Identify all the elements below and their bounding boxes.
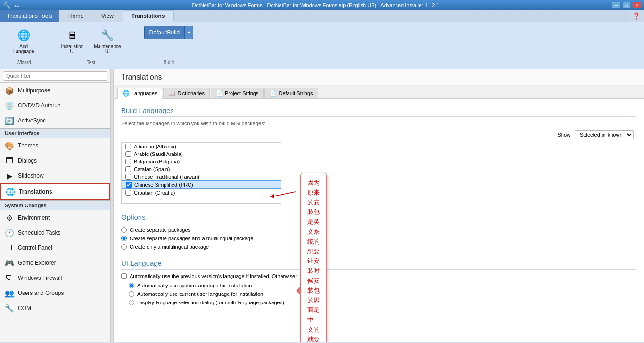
option-radio-3[interactable] — [121, 244, 127, 250]
com-icon: 🔧 — [5, 303, 14, 313]
albanian-checkbox[interactable] — [125, 144, 131, 149]
tab-home[interactable]: Home — [59, 10, 92, 22]
build-languages-desc: Select the languages in which you wish t… — [121, 121, 636, 126]
project-strings-tab-label: Project Strings — [225, 90, 259, 96]
build-languages-title: Build Languages — [121, 106, 636, 117]
option-item-1: Create separate packages — [121, 227, 636, 233]
section-user-interface: User Interface — [0, 128, 110, 138]
tab-languages[interactable]: 🌐 Languages — [117, 88, 162, 99]
dictionaries-tab-icon: 📖 — [168, 90, 175, 97]
sidebar-item-themes[interactable]: 🎨 Themes — [0, 138, 110, 153]
sidebar-item-label: Slideshow — [18, 172, 44, 179]
ribbon-tabs: Translations Tools Home View Translation… — [0, 10, 644, 22]
sidebar-item-control-panel[interactable]: 🖥 Control Panel — [0, 240, 110, 255]
option-radio-2[interactable] — [121, 236, 127, 241]
tab-translations[interactable]: Translations — [123, 10, 174, 22]
sidebar-item-activesync[interactable]: 🔄 ActiveSync — [0, 113, 110, 128]
option-label-1: Create separate packages — [130, 227, 190, 233]
option-item-3: Create only a multilingual package — [121, 244, 636, 250]
tab-dictionaries[interactable]: 📖 Dictionaries — [163, 88, 209, 98]
show-bar: Show: Selected or known — [121, 130, 636, 139]
maintenance-ui-icon: 🔧 — [100, 28, 115, 43]
sidebar-item-dialogs[interactable]: 🗔 Dialogs — [0, 153, 110, 168]
croatian-checkbox[interactable] — [125, 190, 131, 196]
auto-prev-checkbox[interactable] — [121, 273, 127, 279]
languages-tab-label: Languages — [132, 90, 157, 96]
catalan-label: Catalan (Spain) — [134, 166, 170, 172]
sidebar-item-scheduled-tasks[interactable]: 🕐 Scheduled Tasks — [0, 225, 110, 240]
ui-language-title: UI Language — [121, 259, 636, 270]
sidebar-item-com[interactable]: 🔧 COM — [0, 301, 110, 316]
catalan-checkbox[interactable] — [125, 166, 131, 172]
uilang-radio-2[interactable] — [129, 291, 134, 297]
content-header: Translations — [114, 69, 644, 86]
language-list[interactable]: Albanian (Albania) Arabic (Saudi Arabia)… — [121, 142, 281, 204]
sidebar-items: 📦 Multipurpose 💿 CD/DVD Autorun 🔄 Active… — [0, 83, 110, 342]
maintenance-ui-label: MaintenanceUI — [94, 44, 121, 54]
arabic-label: Arabic (Saudi Arabia) — [134, 151, 183, 157]
sidebar-item-label: Users and Groups — [18, 290, 64, 296]
build-main-button[interactable]: DefaultBuild — [144, 26, 185, 39]
maintenance-ui-button[interactable]: 🔧 MaintenanceUI — [90, 26, 124, 56]
build-arrow-button[interactable]: ▼ — [184, 26, 193, 39]
uilang-label-3: Display language selection dialog (for m… — [137, 300, 284, 305]
activesync-icon: 🔄 — [5, 116, 14, 125]
system-menu[interactable]: ▭ — [15, 2, 19, 8]
ribbon: Translations Tools Home View Translation… — [0, 10, 644, 69]
chinese-simplified-label: Chinese Simplified (PRC) — [134, 182, 193, 188]
sidebar-item-cddvd[interactable]: 💿 CD/DVD Autorun — [0, 98, 110, 113]
add-language-icon: 🌐 — [16, 28, 31, 43]
sidebar-item-label: Game Explorer — [18, 260, 56, 266]
installation-ui-label: InstallationUI — [61, 44, 84, 54]
search-box — [0, 69, 110, 83]
arabic-checkbox[interactable] — [125, 151, 131, 157]
show-select[interactable]: Selected or known — [575, 130, 634, 139]
sidebar-item-environment[interactable]: ⚙ Environment — [0, 210, 110, 225]
sidebar-item-label: Windows Firewall — [18, 275, 62, 281]
options-radio-group: Create separate packages Create separate… — [121, 227, 636, 250]
chinese-traditional-label: Chinese Traditional (Taiwan) — [134, 174, 199, 180]
tab-default-strings[interactable]: 📄 Default Strings — [264, 88, 318, 98]
build-dropdown: DefaultBuild ▼ — [144, 26, 194, 39]
uilang-item-1: Automatically use system language for in… — [129, 283, 636, 288]
minimize-button[interactable]: ─ — [612, 2, 620, 8]
show-label: Show: — [557, 132, 572, 138]
list-item: Catalan (Spain) — [122, 165, 281, 173]
tab-view[interactable]: View — [92, 10, 123, 22]
svg-line-0 — [272, 192, 296, 196]
uilang-radio-1[interactable] — [129, 283, 134, 288]
sidebar-item-translations[interactable]: 🌐 Translations — [0, 183, 110, 200]
sidebar-item-multipurpose[interactable]: 📦 Multipurpose — [0, 83, 110, 98]
list-item-checked: Chinese Simplified (PRC) — [122, 180, 281, 189]
sidebar-item-users-groups[interactable]: 👥 Users and Groups — [0, 286, 110, 301]
help-icon[interactable]: ❓ — [628, 10, 644, 22]
installation-ui-icon: 🖥 — [65, 28, 80, 43]
maximize-button[interactable]: □ — [622, 2, 631, 8]
sidebar-item-game-explorer[interactable]: 🎮 Game Explorer — [0, 255, 110, 270]
chinese-simplified-checkbox[interactable] — [126, 182, 132, 188]
chinese-traditional-checkbox[interactable] — [125, 174, 131, 180]
tab-project-strings[interactable]: 📄 Project Strings — [211, 88, 264, 98]
ui-lang-radio-group: Automatically use system language for in… — [129, 283, 636, 305]
sidebar-item-windows-firewall[interactable]: 🛡 Windows Firewall — [0, 270, 110, 286]
installation-ui-button[interactable]: 🖥 InstallationUI — [58, 26, 88, 56]
annotation-arrow — [267, 178, 296, 206]
sidebar-item-slideshow[interactable]: ▶ Slideshow — [0, 168, 110, 183]
section-system-changes: System Changes — [0, 200, 110, 210]
option-label-3: Create only a multilingual package — [130, 244, 209, 250]
dialogs-icon: 🗔 — [5, 156, 14, 165]
uilang-radio-3[interactable] — [129, 300, 134, 305]
window-title: DotNetBar for Windows Forms - DotNetBar … — [19, 2, 612, 8]
sidebar-item-label: Themes — [18, 142, 38, 149]
sidebar: 📦 Multipurpose 💿 CD/DVD Autorun 🔄 Active… — [0, 69, 111, 342]
add-language-button[interactable]: 🌐 AddLanguage — [9, 26, 38, 56]
tab-translations-tools[interactable]: Translations Tools — [0, 10, 59, 22]
bulgarian-checkbox[interactable] — [125, 159, 131, 164]
option-radio-1[interactable] — [121, 227, 127, 233]
content-body: Build Languages Select the languages in … — [114, 99, 644, 313]
close-button[interactable]: ✕ — [633, 2, 641, 8]
option-item-2: Create separate packages and a multiling… — [121, 236, 636, 241]
default-strings-tab-label: Default Strings — [279, 90, 313, 96]
search-input[interactable] — [3, 71, 107, 81]
title-bar: 🔧 ▭ DotNetBar for Windows Forms - DotNet… — [0, 0, 644, 10]
